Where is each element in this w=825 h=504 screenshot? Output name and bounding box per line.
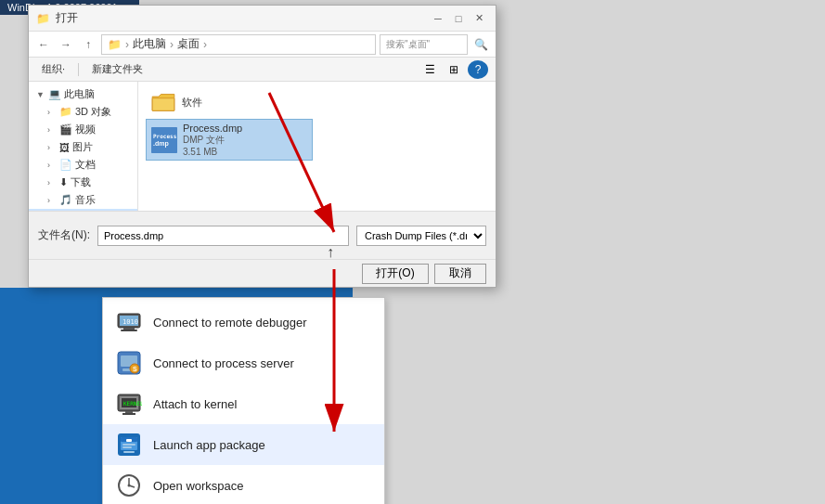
tree-item-video[interactable]: › 🎬 视频 [29,121,137,138]
menu-item-kernel[interactable]: KERNEL Attach to kernel [103,383,384,424]
file-content-area: 软件 Process .dmp Process.dmp DMP 文件 [138,82,496,211]
menu-item-remote[interactable]: 1010 Connect to remote debugger [103,302,384,342]
folder-tree: ▼ 💻 此电脑 › 📁 3D 对象 › 🎬 视频 › 🖼 图片 › 📄 [29,82,138,211]
svg-text:1010: 1010 [122,318,138,326]
view-details-button[interactable]: ☰ [419,60,440,79]
search-box[interactable]: 搜索"桌面" [380,34,468,55]
forward-button[interactable]: → [57,35,75,54]
dialog-title: 📁 打开 [36,10,78,26]
dmp-file-icon: Process .dmp [151,127,177,153]
menu-item-package[interactable]: Launch app package [103,424,384,465]
file-info: Process.dmp DMP 文件 3.51 MB [183,123,242,157]
remote-icon: 1010 [116,309,142,335]
search-button[interactable]: 🔍 [471,35,490,54]
svg-rect-27 [152,98,174,111]
file-process-dmp[interactable]: Process .dmp Process.dmp DMP 文件 3.51 MB [146,119,313,161]
toolbar-view-controls: ☰ ⊞ ? [419,60,488,79]
svg-rect-22 [123,451,135,453]
action-row: 打开(O) 取消 [29,259,496,287]
menu-label-process: Connect to process server [153,356,294,370]
tree-item-music[interactable]: › 🎵 音乐 [29,191,137,209]
svg-text:.dmp: .dmp [153,140,169,148]
kernel-icon: KERNEL [116,391,142,417]
filename-label: 文件名(N): [38,227,90,243]
svg-line-26 [129,485,135,487]
svg-rect-2 [121,330,137,331]
organize-button[interactable]: 组织· [36,60,71,78]
svg-text:S: S [133,366,137,372]
new-folder-button[interactable]: 新建文件夹 [86,60,148,78]
package-icon [116,432,142,458]
minimize-button[interactable]: ─ [429,10,447,27]
help-button[interactable]: ? [468,60,488,79]
context-menu: 1010 Connect to remote debugger S Connec… [102,297,385,504]
address-path[interactable]: 📁 › 此电脑 › 桌面 › [101,34,376,55]
dialog-titlebar: 📁 打开 ─ □ ✕ [29,6,496,32]
menu-label-remote: Connect to remote debugger [153,316,307,330]
svg-rect-19 [126,439,132,442]
window-controls: ─ □ ✕ [429,10,488,27]
svg-rect-20 [122,444,135,446]
view-icons-button[interactable]: ⊞ [444,60,464,79]
filename-input[interactable] [97,226,349,246]
tree-item-pictures[interactable]: › 🖼 图片 [29,138,137,156]
cancel-button[interactable]: 取消 [434,264,486,284]
menu-label-kernel: Attach to kernel [153,397,237,411]
up-button[interactable]: ↑ [79,35,97,54]
filetype-select[interactable]: Crash Dump Files (*.dmp, *.hc [356,226,486,246]
address-bar: ← → ↑ 📁 › 此电脑 › 桌面 › 搜索"桌面" 🔍 [29,32,496,58]
folder-software[interactable]: 软件 [146,89,257,115]
folder-title-icon: 📁 [36,12,50,25]
folder-icon [150,92,176,112]
back-button[interactable]: ← [34,35,53,54]
svg-text:KERNEL: KERNEL [123,400,142,407]
svg-text:Process: Process [153,133,177,139]
svg-rect-21 [122,446,132,448]
tree-item-docs[interactable]: › 📄 文档 [29,156,137,174]
toolbar-separator [78,63,79,76]
menu-label-workspace: Open workspace [153,479,244,493]
dialog-main: ▼ 💻 此电脑 › 📁 3D 对象 › 🎬 视频 › 🖼 图片 › 📄 [29,82,496,211]
close-button[interactable]: ✕ [470,10,488,27]
tree-item-downloads[interactable]: › ⬇ 下载 [29,174,137,191]
file-open-dialog: 📁 打开 ─ □ ✕ ← → ↑ 📁 › 此电脑 › 桌面 › 搜索"桌面" 🔍… [28,5,496,288]
filename-bar: 文件名(N): Crash Dump Files (*.dmp, *.hc [29,211,496,259]
open-button[interactable]: 打开(O) [362,264,429,284]
tree-item-computer[interactable]: ▼ 💻 此电脑 [29,85,137,103]
file-grid: 软件 Process .dmp Process.dmp DMP 文件 [146,89,488,161]
process-icon: S [116,350,142,376]
menu-item-process[interactable]: S Connect to process server [103,342,384,383]
expand-arrow: ▼ [36,90,45,99]
menu-item-workspace[interactable]: Open workspace [103,465,384,504]
toolbar: 组织· 新建文件夹 ☰ ⊞ ? [29,58,496,82]
workspace-icon [116,472,142,498]
svg-rect-14 [122,413,135,415]
menu-label-package: Launch app package [153,438,265,452]
tree-item-3d[interactable]: › 📁 3D 对象 [29,103,137,121]
maximize-button[interactable]: □ [449,10,468,27]
